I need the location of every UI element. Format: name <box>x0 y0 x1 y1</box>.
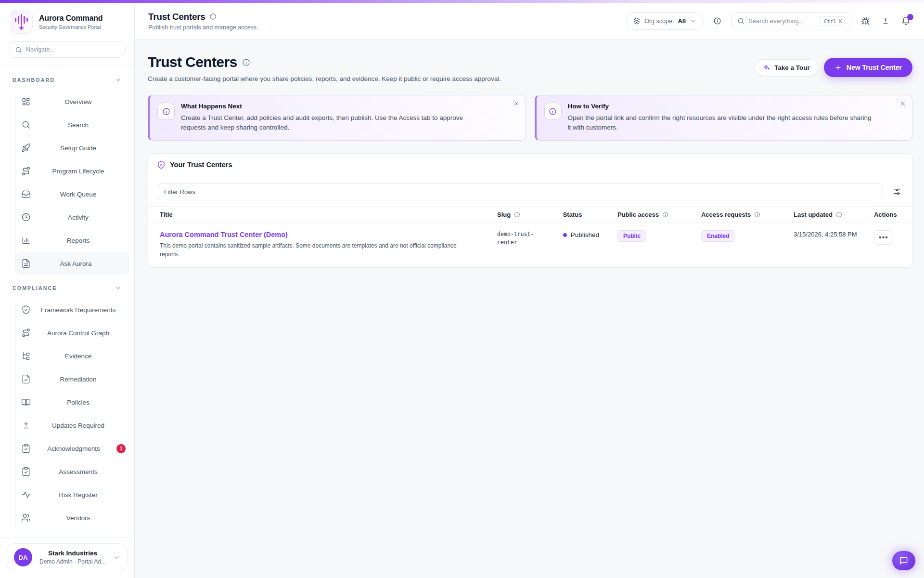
card-title: How to Verify <box>568 103 876 110</box>
info-icon[interactable] <box>836 211 842 218</box>
info-icon[interactable] <box>242 58 250 66</box>
sidebar-item-framework-requirements[interactable]: Framework Requirements <box>15 298 134 321</box>
activity-icon <box>21 490 31 499</box>
keyboard-shortcut-badge: Ctrl K <box>820 16 846 26</box>
sidebar-item-label: Activity <box>31 214 126 221</box>
info-icon[interactable] <box>662 211 668 218</box>
page-title: Trust Centers <box>148 54 237 70</box>
sidebar-item-assessments[interactable]: Assessments <box>15 460 134 483</box>
sidebar-item-label: Acknowledgments <box>31 445 116 452</box>
chevron-down-icon <box>690 18 696 25</box>
shield-check-icon <box>157 160 166 169</box>
sidebar-item-policies[interactable]: Policies <box>15 391 134 414</box>
org-scope-label: Org scope: <box>644 18 674 25</box>
sidebar-item-acknowledgments[interactable]: Acknowledgments 1 <box>15 437 134 460</box>
document-icon <box>21 259 31 268</box>
org-scope-dropdown[interactable]: Org scope: All <box>626 12 704 30</box>
brand-subtitle: Security Governance Portal <box>39 24 103 30</box>
sidebar-item-setup-guide[interactable]: Setup Guide <box>15 136 134 159</box>
column-access-requests: Access requests <box>695 207 788 223</box>
global-search-input[interactable] <box>748 17 816 25</box>
bug-report-button[interactable] <box>859 15 872 27</box>
book-open-icon <box>21 397 31 407</box>
diff-button[interactable] <box>879 15 892 27</box>
navigate-search[interactable] <box>9 41 126 58</box>
brand-name: Aurora Command <box>39 14 103 23</box>
table-header-row: Title Slug Status Public access Access r… <box>148 207 912 223</box>
sidebar-item-reports[interactable]: Reports <box>15 229 134 252</box>
close-icon[interactable] <box>513 100 520 107</box>
sidebar-item-risk-register[interactable]: Risk Register <box>15 483 134 506</box>
global-search[interactable]: Ctrl K <box>731 12 851 30</box>
navigate-input[interactable] <box>26 46 119 53</box>
info-icon[interactable] <box>209 13 217 20</box>
sidebar-item-label: Policies <box>31 399 126 406</box>
sidebar-item-aurora-control-graph[interactable]: Aurora Control Graph <box>15 321 134 344</box>
row-actions-menu-button[interactable]: ••• <box>874 230 893 245</box>
column-settings-icon[interactable] <box>891 185 903 198</box>
aurora-logo-icon <box>10 10 33 34</box>
sidebar-item-program-lifecycle[interactable]: Program Lifecycle <box>15 159 134 183</box>
sidebar-item-label: Setup Guide <box>31 144 126 152</box>
plus-icon <box>834 64 842 71</box>
sidebar-item-label: Ask Aurora <box>31 260 121 267</box>
sidebar-item-label: Risk Register <box>31 491 126 499</box>
top-gradient-bar <box>0 0 924 3</box>
trust-center-link[interactable]: Aurora Command Trust Center (Demo) <box>160 231 288 238</box>
sidebar-item-search[interactable]: Search <box>15 113 134 136</box>
search-icon <box>21 120 31 130</box>
sidebar-item-vendors[interactable]: Vendors <box>15 506 134 529</box>
column-public-access: Public access <box>612 207 695 223</box>
sidebar-item-overview[interactable]: Overview <box>15 90 134 113</box>
chevron-down-icon <box>113 554 120 561</box>
sidebar-nav: DASHBOARD Overview Search Setup Guide <box>0 65 134 537</box>
card-body: Open the portal link and confirm the rig… <box>568 113 876 132</box>
sidebar-item-work-queue[interactable]: Work Queue <box>15 183 134 206</box>
section-label: DASHBOARD <box>13 77 55 83</box>
sidebar-item-label: Aurora Control Graph <box>31 329 126 337</box>
card-title: What Happens Next <box>181 103 489 110</box>
panel-title: Your Trust Centers <box>170 161 232 169</box>
info-icon[interactable] <box>514 211 520 218</box>
brand: Aurora Command Security Governance Porta… <box>0 3 134 39</box>
chat-widget-button[interactable] <box>892 551 915 570</box>
acknowledgments-count-badge: 1 <box>116 444 126 453</box>
sidebar-item-updates-required[interactable]: Updates Required <box>15 414 134 437</box>
info-icon[interactable] <box>754 211 760 218</box>
slug-value: demo-trust-center <box>497 230 552 247</box>
sidebar-item-activity[interactable]: Activity <box>15 206 134 229</box>
take-a-tour-button[interactable]: Take a Tour <box>755 59 818 76</box>
user-org-name: Stark Industries <box>38 550 107 557</box>
search-icon <box>15 46 22 53</box>
sidebar-item-label: Updates Required <box>31 422 126 429</box>
column-status: Status <box>557 207 612 223</box>
status-value: Published <box>571 231 599 238</box>
column-last-updated: Last updated <box>788 207 868 223</box>
main-content: Trust Centers Create a customer-facing p… <box>135 39 924 578</box>
route-icon <box>21 328 31 338</box>
info-icon <box>544 103 562 120</box>
sidebar-item-ask-aurora[interactable]: Ask Aurora <box>15 252 129 275</box>
sidebar-item-evidence[interactable]: Evidence <box>15 344 134 368</box>
sidebar-item-label: Program Lifecycle <box>31 168 126 175</box>
header-title: Trust Centers <box>148 12 205 22</box>
sidebar-item-remediation[interactable]: Remediation <box>15 368 134 391</box>
layers-icon <box>633 17 641 25</box>
column-title: Title <box>148 207 491 223</box>
notifications-button[interactable] <box>899 14 912 27</box>
help-info-button[interactable] <box>711 15 723 27</box>
take-a-tour-label: Take a Tour <box>774 64 810 71</box>
filter-rows-input[interactable] <box>158 183 883 200</box>
new-trust-center-button[interactable]: New Trust Center <box>824 58 912 77</box>
card-body: Create a Trust Center, add policies and … <box>181 113 489 132</box>
tree-icon <box>21 351 31 361</box>
section-compliance-header[interactable]: COMPLIANCE <box>0 281 134 295</box>
user-menu[interactable]: DA Stark Industries Demo Admin · Portal … <box>7 543 128 571</box>
column-actions: Actions <box>868 207 912 223</box>
close-icon[interactable] <box>899 100 906 107</box>
trust-center-description: This demo portal contains sanitized samp… <box>160 242 477 259</box>
inbox-icon <box>21 189 31 199</box>
section-dashboard-header[interactable]: DASHBOARD <box>0 73 134 87</box>
clipboard-check-icon <box>21 467 31 476</box>
status-dot <box>563 233 567 237</box>
